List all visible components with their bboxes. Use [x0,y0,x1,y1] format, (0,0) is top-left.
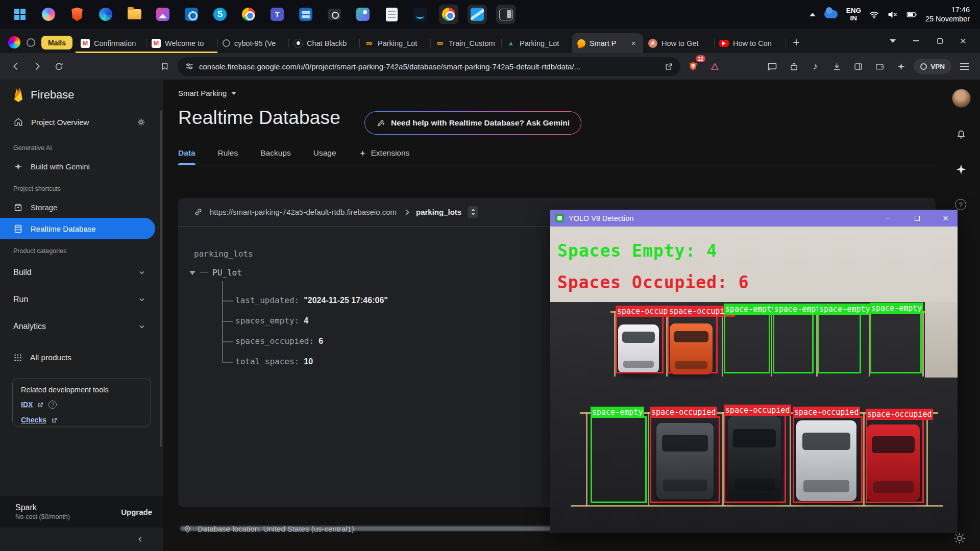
tab-smart-parking-active[interactable]: Smart P [572,33,643,53]
language-switcher[interactable]: ENG IN [846,7,861,22]
tree-field-spaces-occupied[interactable]: spaces_occupied: 6 [235,336,323,346]
remote-desktop-icon[interactable] [296,5,315,24]
database-path-crumb[interactable]: parking_lots [416,208,461,216]
address-bar[interactable]: console.firebase.google.com/u/0/project/… [178,57,680,76]
tab-chat-blackbox[interactable]: Chat Blackb [288,33,359,53]
brave-rewards-icon[interactable] [706,58,723,75]
tab-search-button[interactable] [881,29,904,53]
sidebar-item-project-overview[interactable]: Project Overview [0,110,163,134]
yolo-maximize-button[interactable] [905,210,929,227]
tree-root[interactable]: parking_lots [194,249,253,259]
tab-rules[interactable]: Rules [218,148,238,165]
music-icon[interactable]: ♪ [806,58,824,75]
tree-field-last-updated[interactable]: last_updated: "2024-11-25 17:46:06" [235,295,388,305]
tab-parking-lot-colab[interactable]: Parking_Lot [359,33,430,53]
tab-how-to-get[interactable]: How to Get [643,33,714,53]
firebase-logo[interactable]: Firebase [0,80,163,110]
camera-icon[interactable] [325,5,344,24]
tab-backups[interactable]: Backups [260,148,290,165]
bookmark-icon[interactable] [156,58,174,75]
sidebar-item-realtime-database[interactable]: Realtime Database [0,218,155,239]
idx-link[interactable]: IDX [21,400,142,409]
extensions-icon[interactable] [785,58,802,75]
sidebar-category-run[interactable]: Run [0,286,163,313]
tab-cybot[interactable]: cybot-95 (Ve [217,33,288,53]
new-tab-button[interactable] [788,34,804,51]
gear-icon[interactable] [136,117,146,127]
notes-icon[interactable] [382,5,401,24]
sidebar-category-build[interactable]: Build [0,259,163,286]
sidebar-item-build-with-gemini[interactable]: Build with Gemini [0,156,155,177]
tree-field-total-spaces[interactable]: total_spaces: 10 [235,357,313,366]
chrome-open-icon[interactable] [439,5,458,24]
sort-toggle[interactable] [468,206,478,218]
tree-field-spaces-empty[interactable]: spaces_empty: 4 [235,316,308,325]
chevron-left-icon[interactable] [136,535,145,544]
sidebar-item-all-products[interactable]: All products [0,345,163,370]
photos-icon[interactable] [153,5,173,24]
project-selector[interactable]: Smart Parking [178,89,236,97]
chevron-up-icon[interactable] [810,13,816,16]
site-settings-icon[interactable] [185,62,194,71]
menu-icon[interactable] [955,58,973,75]
clock[interactable]: 17:46 25 November [925,5,970,23]
user-avatar[interactable] [952,89,971,108]
tab-welcome[interactable]: Welcome to [146,33,217,53]
browser-profile-icon[interactable] [8,36,20,48]
download-icon[interactable] [828,58,845,75]
maximize-button[interactable] [928,29,951,53]
tab-how-to-connect[interactable]: How to Con [714,33,785,53]
onedrive-icon[interactable] [823,7,839,22]
teams-icon[interactable] [267,5,287,24]
chrome-icon[interactable] [239,5,258,24]
tab-data[interactable]: Data [178,148,195,165]
skype-icon[interactable] [210,5,230,24]
start-icon[interactable] [10,5,30,24]
sun-icon[interactable] [953,532,966,545]
bell-icon[interactable] [955,128,967,140]
sidebar-category-analytics[interactable]: Analytics [0,313,163,340]
wifi-icon[interactable] [869,9,879,20]
tab-parking-lot-drive[interactable]: Parking_Lot [501,33,572,53]
back-icon[interactable] [7,58,24,75]
leo-ai-icon[interactable] [892,58,910,75]
url-text[interactable]: console.firebase.google.com/u/0/project/… [199,62,659,71]
share-icon[interactable] [665,62,673,71]
gemini-sparkle-icon[interactable] [955,163,967,176]
minimize-button[interactable] [904,29,928,53]
sidebar-scrollbar[interactable] [160,110,162,447]
volume-muted-icon[interactable] [887,9,898,20]
reload-icon[interactable] [50,58,67,75]
tab-train-custom[interactable]: Train_Custom [430,33,501,53]
close-button[interactable] [951,29,975,53]
checks-link[interactable]: Checks [21,416,142,424]
gallery-icon[interactable] [353,5,373,24]
database-url[interactable]: https://smart-parking-742a5-default-rtdb… [210,208,397,216]
cast-icon[interactable] [764,58,781,75]
snipping-tool-icon[interactable] [496,5,516,24]
sidebar-item-storage[interactable]: Storage [0,196,155,218]
battery-icon[interactable] [905,9,918,20]
tree-node-pu-lot[interactable]: PU_lot [189,268,242,278]
vpn-button[interactable]: VPN [914,59,951,74]
caret-down-icon[interactable] [189,271,195,275]
edge-icon[interactable] [96,5,115,24]
outlook-icon[interactable] [182,5,201,24]
brave-shield-icon[interactable]: 12 [684,58,702,75]
forward-icon[interactable] [29,58,46,75]
close-tab-icon[interactable] [629,39,638,48]
amazon-music-icon[interactable] [410,5,430,24]
ask-gemini-button[interactable]: Need help with Realtime Database? Ask Ge… [364,111,581,135]
tab-confirmation[interactable]: Confirmation [76,33,146,53]
wallet-icon[interactable] [871,58,888,75]
tab-group-mails[interactable]: Mails [41,36,72,49]
yolo-minimize-button[interactable] [876,210,900,227]
upgrade-button[interactable]: Upgrade [121,508,152,516]
tab-usage[interactable]: Usage [313,148,336,165]
pinned-tab-icon[interactable] [27,38,35,47]
file-explorer-icon[interactable] [125,5,144,24]
copilot-icon[interactable] [39,5,58,24]
help-icon[interactable] [48,400,57,409]
yolo-window-titlebar[interactable]: YOLO V8 Detection [550,210,958,227]
tab-extensions[interactable]: Extensions [359,148,410,165]
